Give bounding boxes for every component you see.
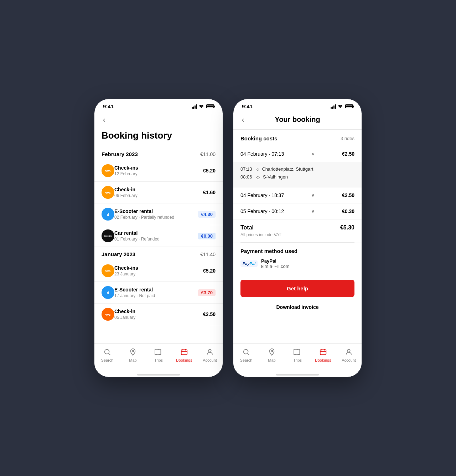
svg-text:vvs: vvs (105, 313, 110, 316)
item-date: 02 February · Partially refunded (114, 215, 198, 220)
paypal-logo: PayPal (240, 260, 258, 267)
payment-email: kim.a····il.com (261, 264, 289, 269)
bookings-icon-active-2 (319, 348, 327, 357)
booking-costs-title: Booking costs (240, 135, 277, 141)
payment-method: PayPal PayPal kim.a····il.com (240, 258, 354, 269)
battery-icon-1 (206, 104, 214, 108)
vvs-icon-orange: vvs (102, 164, 114, 177)
item-info: E-Scooter rental 02 February · Partially… (114, 208, 198, 220)
ride-amount-3: €0.30 (342, 208, 354, 214)
nav-search-2[interactable]: Search (233, 347, 259, 364)
item-date: 05 January (114, 315, 203, 320)
bookings-icon-active (180, 348, 188, 357)
ride-amount-1: €2.50 (342, 151, 354, 157)
item-amount: €2.50 (203, 311, 216, 317)
time-2: 9:41 (242, 103, 253, 109)
item-amount: €5.20 (203, 168, 216, 174)
nav-trips-1[interactable]: Trips (146, 347, 171, 364)
nav-map-2[interactable]: Map (259, 347, 285, 364)
nav-account-1[interactable]: Account (197, 347, 223, 364)
nav-trips-2[interactable]: Trips (285, 347, 310, 364)
svg-text:MILES: MILES (104, 235, 112, 238)
list-item[interactable]: vvs Check-ins 12 February €5.20 (94, 160, 223, 182)
item-info: Check-ins 12 February (114, 165, 203, 176)
chevron-down-icon-3: ∨ (311, 209, 315, 214)
total-label: Total (240, 224, 254, 231)
payment-method-info: PayPal kim.a····il.com (261, 258, 289, 269)
item-name: Check-ins (114, 265, 203, 271)
phone1-content: February 2023 €11.00 vvs Check-ins 12 Fe… (94, 147, 223, 343)
nav-search-label-2: Search (240, 358, 253, 362)
item-date: 01 February · Refunded (114, 237, 198, 242)
stop-location-2: S-Vaihingen (263, 174, 288, 180)
list-item[interactable]: vvs Check-in 05 January €2.50 (94, 304, 223, 325)
nav-bookings-label-1: Bookings (176, 358, 192, 362)
map-icon (129, 348, 137, 357)
miles-icon: MILES (102, 229, 114, 242)
ride-stop-arrive: 08:06 ◇ S-Vaihingen (240, 174, 354, 180)
status-icons-1 (192, 104, 214, 109)
payment-method-name: PayPal (261, 258, 289, 264)
list-item[interactable]: vvs Check-in 06 February €1.60 (94, 182, 223, 203)
nav-trips-label-2: Trips (293, 358, 302, 362)
page-header-2: ‹ Your booking (233, 112, 362, 130)
dott-icon: d (102, 208, 114, 221)
vvs-icon-jan2: vvs (102, 308, 114, 321)
item-amount: €5.20 (203, 268, 216, 274)
nav-account-2[interactable]: Account (336, 347, 362, 364)
list-item[interactable]: d E-Scooter rental 17 January · Not paid… (94, 282, 223, 304)
item-name: E-Scooter rental (114, 287, 198, 293)
home-indicator-1 (137, 374, 180, 376)
download-invoice-link[interactable]: Download invoice (233, 300, 362, 314)
list-item[interactable]: vvs Check-ins 23 January €5.20 (94, 260, 223, 282)
item-name: Check-in (114, 187, 203, 192)
nav-bookings-1[interactable]: Bookings (171, 347, 197, 364)
back-button-1[interactable]: ‹ (102, 114, 107, 124)
vvs-icon-jan: vvs (102, 264, 114, 277)
svg-line-15 (109, 353, 110, 355)
account-icon (206, 348, 214, 357)
item-name: E-Scooter rental (114, 208, 198, 214)
list-item[interactable]: MILES Car rental 01 February · Refunded … (94, 225, 223, 247)
ride-item-1[interactable]: 04 February · 07:13 ∧ €2.50 (233, 146, 362, 162)
nav-map-label-1: Map (129, 358, 136, 362)
signal-icon-2 (331, 104, 336, 109)
ride-date-2: 04 February · 18:37 (240, 192, 284, 198)
phone2-content: Booking costs 3 rides 04 February · 07:1… (233, 130, 362, 343)
page-header-1: ‹ (94, 112, 223, 129)
signal-icon-1 (192, 104, 197, 109)
stop-arrive-icon: ◇ (256, 174, 260, 180)
chevron-down-icon-2: ∨ (311, 193, 315, 198)
svg-text:vvs: vvs (105, 191, 110, 195)
svg-point-16 (132, 350, 134, 352)
item-date: 12 February (114, 171, 203, 176)
list-item[interactable]: d E-Scooter rental 02 February · Partial… (94, 203, 223, 225)
get-help-button[interactable]: Get help (240, 280, 354, 297)
map-icon-2 (268, 348, 276, 357)
ride-expanded-1: 07:13 ○ Charlottenplatz, Stuttgart 08:06… (233, 162, 362, 187)
svg-text:vvs: vvs (105, 269, 110, 273)
trips-icon-2 (294, 348, 301, 357)
section-feb2023: February 2023 €11.00 (94, 147, 223, 160)
svg-point-19 (244, 350, 248, 354)
vvs-icon-orange-2: vvs (102, 186, 114, 199)
item-amount-badge: €3.70 (198, 289, 216, 296)
item-info: Check-in 05 January (114, 309, 203, 320)
status-bar-2: 9:41 (233, 99, 362, 112)
ride-stop-depart: 07:13 ○ Charlottenplatz, Stuttgart (240, 166, 354, 172)
vat-note: All prices include VAT (233, 232, 362, 242)
nav-map-1[interactable]: Map (120, 347, 146, 364)
stop-location-1: Charlottenplatz, Stuttgart (262, 166, 313, 172)
ride-item-2[interactable]: 04 February · 18:37 ∨ €2.50 (233, 187, 362, 203)
item-name: Car rental (114, 230, 198, 236)
nav-search-1[interactable]: Search (94, 347, 120, 364)
back-button-2[interactable]: ‹ (240, 114, 246, 124)
time-1: 9:41 (103, 103, 114, 109)
wifi-icon-1 (198, 104, 204, 109)
nav-bookings-2[interactable]: Bookings (310, 347, 336, 364)
item-date: 17 January · Not paid (114, 293, 198, 298)
ride-item-3[interactable]: 05 February · 00:12 ∨ €0.30 (233, 203, 362, 219)
total-row: Total €5.30 (233, 219, 362, 232)
battery-icon-2 (345, 104, 353, 108)
chevron-up-icon: ∧ (311, 151, 315, 156)
